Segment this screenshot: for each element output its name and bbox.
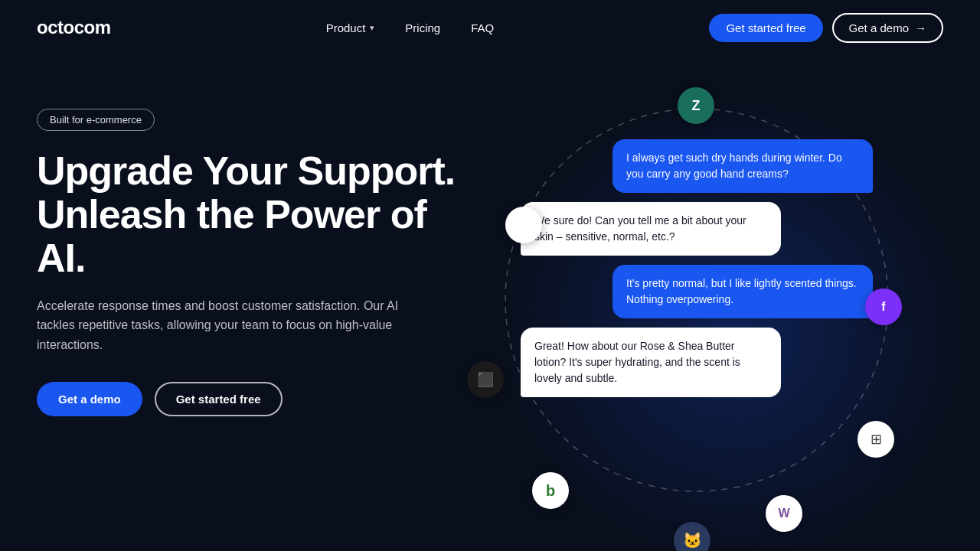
hero-free-button[interactable]: Get started free	[155, 382, 283, 416]
bigcommerce-icon: b	[532, 472, 569, 509]
hero-left: Built for e-commerce Upgrade Your Suppor…	[37, 93, 481, 416]
nav-actions: Get started free Get a demo →	[709, 13, 943, 43]
nav-product[interactable]: Product ▾	[326, 21, 375, 34]
nav-pricing[interactable]: Pricing	[405, 21, 440, 34]
woocommerce-icon: W	[766, 495, 802, 532]
chat-row-2: We sure do! Can you tell me a bit about …	[521, 202, 873, 256]
shopify-icon: 🛍	[505, 207, 542, 243]
avatar-icon: 🐱	[674, 522, 710, 551]
logo[interactable]: octocom	[37, 17, 111, 38]
hero-subtitle: Accelerate response times and boost cust…	[37, 296, 420, 355]
hero-badge: Built for e-commerce	[37, 109, 155, 131]
hero-illustration: Z 🛍 f ⬛ ⊞ b W 🐱	[444, 55, 980, 551]
nav-links: Product ▾ Pricing FAQ	[326, 21, 495, 34]
app-icon-3: ⊞	[858, 421, 894, 458]
hero-section: Built for e-commerce Upgrade Your Suppor…	[0, 55, 980, 551]
get-started-free-button[interactable]: Get started free	[709, 14, 822, 42]
navbar: octocom Product ▾ Pricing FAQ Get starte…	[0, 0, 980, 55]
chat-bubble-bot-2: Great! How about our Rose & Shea Butter …	[521, 328, 781, 397]
zendesk-icon: Z	[678, 87, 714, 124]
hero-ctas: Get a demo Get started free	[37, 382, 481, 416]
get-demo-button[interactable]: Get a demo →	[832, 13, 943, 43]
app-icon-1: f	[865, 289, 902, 325]
chat-messages: I always get such dry hands during winte…	[521, 139, 873, 406]
chat-row-4: Great! How about our Rose & Shea Butter …	[521, 328, 873, 397]
app-icon-2: ⬛	[467, 361, 504, 398]
chat-row-3: It's pretty normal, but I like lightly s…	[521, 265, 873, 328]
chat-row-1: I always get such dry hands during winte…	[521, 139, 873, 202]
chat-bubble-user-1: I always get such dry hands during winte…	[612, 139, 873, 193]
hero-demo-button[interactable]: Get a demo	[37, 382, 142, 416]
nav-faq[interactable]: FAQ	[471, 21, 494, 34]
hero-title: Upgrade Your Support. Unleash the Power …	[37, 149, 481, 281]
chevron-down-icon: ▾	[370, 23, 374, 33]
chat-bubble-bot-1: We sure do! Can you tell me a bit about …	[521, 202, 781, 256]
chat-bubble-user-2: It's pretty normal, but I like lightly s…	[612, 265, 873, 318]
